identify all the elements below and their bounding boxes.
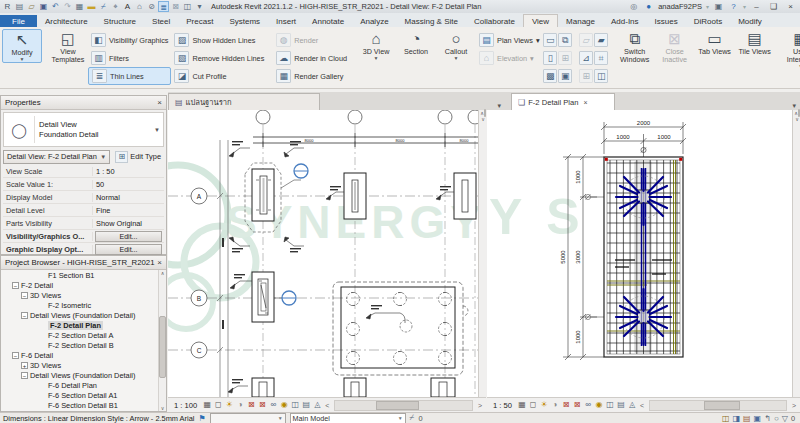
property-row[interactable]: Display Model Normal [3,191,164,204]
viewport-icon[interactable]: ◫ [594,69,608,83]
render-gallery-button[interactable]: ▦ Render Gallery [273,67,350,85]
property-value[interactable]: 1 : 50 [93,167,164,176]
ribbon-tab[interactable]: Systems [221,15,268,27]
visual-style-icon[interactable]: ◻ [213,400,223,410]
user-avatar-icon[interactable]: ● [643,1,654,12]
ribbon-tab[interactable]: DiRoots [686,15,730,27]
scroll-down-icon[interactable]: ∨ [479,116,487,122]
tree-item[interactable]: − F-6 Detail [1,350,166,360]
show-hidden-lines-button[interactable]: ▨ Show Hidden Lines [171,31,267,49]
duplicate-view-icon[interactable]: ⧉ [558,33,572,47]
close-icon[interactable]: × [157,98,162,107]
file-tab-icon[interactable]: ▤ [14,1,25,12]
text-icon[interactable]: A [122,1,133,12]
restore-button[interactable]: ❏ [767,2,780,11]
scroll-left-icon[interactable]: < [639,402,645,409]
worksets-icon[interactable]: ◫ [722,414,730,423]
scrollbar-thumb[interactable] [376,401,419,410]
ribbon-tab[interactable]: Analyze [352,15,396,27]
open-icon[interactable]: ▱ [26,1,37,12]
ribbon-tab[interactable]: Insert [268,15,304,27]
section-marker-b[interactable] [274,291,296,305]
properties-header[interactable]: Properties × [1,96,166,110]
measure-icon[interactable]: ▬ [86,1,97,12]
thin-lines-icon[interactable]: ≣ [158,1,169,12]
switch-windows-button[interactable]: ⧉ Switch Windows [615,29,655,64]
remove-hidden-lines-button[interactable]: ▧ Remove Hidden Lines [171,49,267,67]
select-pinned-icon[interactable]: ▣ [754,414,762,423]
thin-lines-button[interactable]: ≣ Thin Lines [88,67,171,85]
guide-grid-icon[interactable]: ⌗ [594,51,608,65]
tile-views-button[interactable]: ▤ Tile Views [735,29,775,56]
right-pane-vscrollbar[interactable]: ∧ ∨ [792,110,800,397]
scroll-up-icon[interactable]: ∧ [161,270,165,276]
browser-scrollbar[interactable]: ∧ ∨ [158,270,166,411]
tree-item[interactable]: F-6 Detail Plan [1,380,166,390]
property-row[interactable]: View Scale 1 : 50 [3,165,164,178]
filter-icon[interactable]: ▽ [782,414,788,423]
ribbon-tab[interactable]: Massing & Site [397,15,466,27]
revisions-icon[interactable]: ⊿ [579,51,593,65]
sun-path-icon[interactable]: ☀ [224,400,234,410]
view-tab-left[interactable]: ▤ แปลนฐานราก [168,93,320,110]
keynote-icon[interactable]: ▣ [558,69,572,83]
footing-b1[interactable] [252,272,274,322]
app-store-icon[interactable]: ▣ [713,1,724,12]
tree-item[interactable]: F-2 Section Detail B [1,340,166,350]
show-crop-region-icon[interactable]: ⊠ [572,400,582,410]
chevron-down-icon[interactable]: ▼ [154,127,163,133]
aligned-dimension-icon[interactable]: ⌿ [98,1,109,12]
ribbon-tab[interactable]: Structure [96,15,144,27]
footing-a2[interactable] [344,173,366,219]
reveal-hidden-elements-icon[interactable]: ◉ [594,400,604,410]
tree-item[interactable]: − F-2 Detail [1,280,166,290]
editable-only-icon[interactable]: ⌿ [410,413,415,423]
cut-profile-button[interactable]: ◪ Cut Profile [171,67,267,85]
sign-in-dropdown-icon[interactable]: ▾ [706,3,709,10]
modify-button[interactable]: ↖ Modify ▼ [2,29,42,63]
temporary-hide-isolate-icon[interactable]: ∞ [268,400,278,410]
property-value[interactable]: Normal [93,193,164,202]
scroll-right-icon[interactable]: > [791,402,797,409]
tab-overflow-icon[interactable]: ▾ [493,102,505,110]
user-interface-button[interactable]: ▦ User Interface ▼ [781,29,800,69]
workset-combo[interactable]: ▼ [210,413,286,423]
print-icon[interactable]: ▦ [74,1,85,12]
right-pane-hscrollbar[interactable] [649,400,787,411]
tree-toggle-icon[interactable]: − [21,312,28,319]
property-value[interactable]: Show Original [93,219,164,228]
crop-view-icon[interactable]: ⊠ [561,400,571,410]
visibility-graphics-button[interactable]: ◧ Visibility/ Graphics [88,31,171,49]
ribbon-tab[interactable]: Precast [178,15,221,27]
tree-item[interactable]: F-2 Section Detail A [1,330,166,340]
hide-analytical-model-icon[interactable]: ◬ [312,400,322,410]
scrollbar-thumb[interactable] [159,316,166,378]
shadows-icon[interactable]: ◑ [235,400,245,410]
left-pane-vscrollbar[interactable]: ∧ ∨ [478,110,487,397]
tree-toggle-icon[interactable]: − [12,352,19,359]
username[interactable]: anadaF92PS [658,2,702,11]
select-by-face-icon[interactable]: ○ [774,414,779,423]
scroll-down-icon[interactable]: ∨ [161,405,165,411]
tree-item[interactable]: F-6 Section Detail B1 [1,400,166,410]
property-row[interactable]: Visibility/Graphics O... Edit... [3,230,164,243]
section-icon[interactable]: ⊘ [146,1,157,12]
f2-detail-plan-drawing[interactable]: YSO 2000 1000 1000 [487,110,792,397]
view-selector-combo[interactable]: Detail View: F-2 Detail Plan ▼ [3,150,110,164]
ribbon-tab[interactable]: Add-Ins [603,15,647,27]
plan-views-button[interactable]: ▤ Plan Views ▾ [476,31,543,49]
tree-item[interactable]: − Detail Views (Foundation Detail) [1,310,166,320]
detail-level-icon[interactable]: ▦ [202,400,212,410]
callout-button[interactable]: ○ Callout ▼ [436,29,476,61]
select-links-icon[interactable]: ▤ [743,414,751,423]
tree-item[interactable]: − Detail Views (Foundation Detail) [1,370,166,380]
scale-button[interactable]: 1 : 50 [490,401,515,410]
redo-icon[interactable]: ↷ [62,1,73,12]
scroll-right-icon[interactable]: > [477,402,483,409]
scale-button[interactable]: 1 : 100 [171,401,200,410]
ribbon-tab[interactable]: Issues [647,15,686,27]
more-commands-icon[interactable]: ▾ [194,1,205,12]
worksharing-display-icon[interactable]: ◫ [290,400,300,410]
edit-requests-icon[interactable]: ◨ [732,414,740,423]
property-value[interactable]: Edit... [95,231,162,242]
